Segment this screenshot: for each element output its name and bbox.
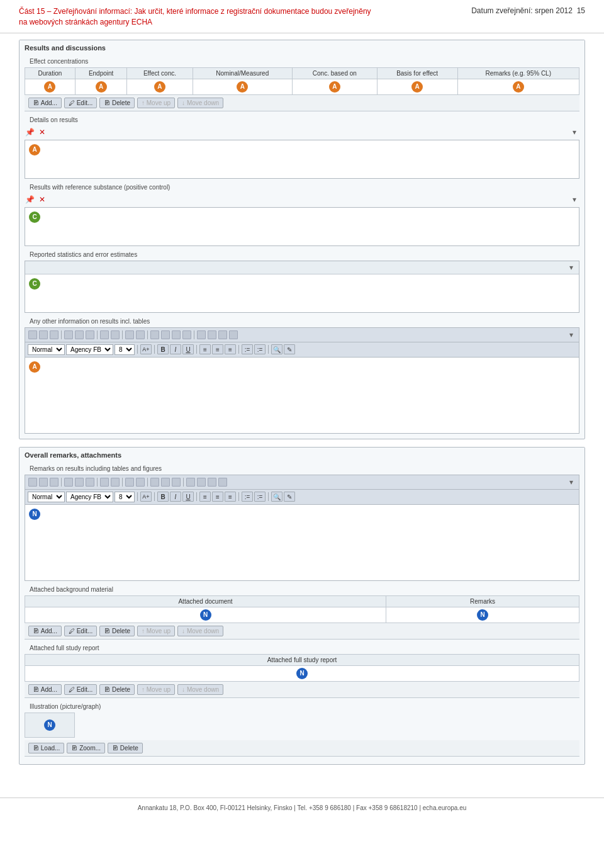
delete-attached-bg-btn[interactable]: 🖹 Delete <box>99 626 135 636</box>
link-btn[interactable]: 🔍 <box>271 344 282 354</box>
r-undo-icon[interactable] <box>125 478 134 487</box>
format-icon1[interactable] <box>150 330 159 339</box>
bold-btn[interactable]: B <box>157 344 169 354</box>
r-underline-btn[interactable]: U <box>182 492 194 502</box>
open-icon[interactable] <box>39 330 48 339</box>
table4-icon[interactable] <box>218 330 227 339</box>
remarks-font-select[interactable]: Agency FB <box>66 492 113 502</box>
delete-illustration-btn[interactable]: 🖹 Delete <box>108 743 143 753</box>
r-paste-icon[interactable] <box>86 478 94 487</box>
r-align-center[interactable]: ≡ <box>212 492 223 502</box>
sep-fmt2 <box>154 345 155 354</box>
r-copy-icon[interactable] <box>75 478 84 487</box>
delete-full-study-btn[interactable]: 🖹 Delete <box>99 684 135 695</box>
other-info-editor-body[interactable]: A <box>25 358 579 433</box>
font-family-select[interactable]: Agency FB <box>66 344 113 355</box>
cut-icon[interactable] <box>64 330 73 339</box>
r-format1[interactable] <box>150 478 159 487</box>
r-table3[interactable] <box>197 478 206 487</box>
r-table-icon[interactable] <box>100 478 109 487</box>
pencil-btn[interactable]: ✎ <box>284 344 295 354</box>
add-attached-bg-btn[interactable]: 🖹 Add... <box>28 626 62 636</box>
copy-icon[interactable] <box>75 330 84 339</box>
italic-btn[interactable]: I <box>170 344 181 354</box>
r-image-icon[interactable] <box>111 478 120 487</box>
edit-effect-btn[interactable]: 🖊 Edit... <box>64 98 97 108</box>
r-redo-icon[interactable] <box>136 478 145 487</box>
table2-icon[interactable] <box>197 330 206 339</box>
chevron-down-remarks[interactable]: ▾ <box>566 477 576 487</box>
r-table5[interactable] <box>218 478 227 487</box>
delete-icon: 🖹 <box>104 99 110 106</box>
chevron-down-icon-details[interactable]: ▾ <box>569 127 579 137</box>
r-table2[interactable] <box>186 478 195 487</box>
image-icon[interactable] <box>111 330 120 339</box>
r-italic-btn[interactable]: I <box>170 492 181 502</box>
move-up-attached-bg-btn[interactable]: ↑ Move up <box>137 626 175 636</box>
r-link-btn[interactable]: 🔍 <box>271 492 282 502</box>
r-list-ordered[interactable]: := <box>242 492 253 502</box>
move-down-effect-btn[interactable]: ↓ Move down <box>177 98 223 108</box>
r-format2[interactable] <box>161 478 170 487</box>
pin-icon[interactable]: 📌 <box>25 127 35 137</box>
r-align-right[interactable]: ≡ <box>225 492 236 502</box>
other-info-label: Any other information on results incl. t… <box>25 317 579 327</box>
r-pencil-btn[interactable]: ✎ <box>284 492 295 502</box>
format-icon2[interactable] <box>161 330 170 339</box>
load-illustration-btn[interactable]: 🖹 Load... <box>28 743 64 753</box>
pin-icon-ref[interactable]: 📌 <box>25 194 35 205</box>
format-style-select[interactable]: Normal <box>28 344 65 355</box>
remarks-style-select[interactable]: Normal <box>28 492 65 502</box>
r-save-icon[interactable] <box>50 478 59 487</box>
redo-icon[interactable] <box>136 330 145 339</box>
align-left-btn[interactable]: ≡ <box>199 344 211 354</box>
r-open-icon[interactable] <box>39 478 48 487</box>
list-unordered-btn[interactable]: := <box>254 344 266 354</box>
add-full-study-btn[interactable]: 🖹 Add... <box>28 684 62 695</box>
r-format3[interactable] <box>172 478 181 487</box>
table5-icon[interactable] <box>229 330 238 339</box>
chevron-down-icon-other[interactable]: ▾ <box>566 330 576 340</box>
cross-icon[interactable]: ✕ <box>37 127 47 137</box>
zoom-illustration-btn[interactable]: 🖹 Zoom... <box>67 743 105 753</box>
r-cut-icon[interactable] <box>64 478 73 487</box>
new-file-icon[interactable] <box>28 330 37 339</box>
r-align-left[interactable]: ≡ <box>199 492 211 502</box>
r-new-icon[interactable] <box>28 478 37 487</box>
r-table4[interactable] <box>208 478 216 487</box>
font-grow-btn[interactable]: A+ <box>140 344 152 354</box>
underline-btn[interactable]: U <box>182 344 194 354</box>
add-effect-btn[interactable]: 🖹 Add... <box>28 98 62 108</box>
list-ordered-btn[interactable]: := <box>242 344 253 354</box>
details-editor-body[interactable]: A <box>25 140 579 178</box>
align-right-btn[interactable]: ≡ <box>225 344 236 354</box>
move-up-full-study-btn[interactable]: ↑ Move up <box>137 684 175 695</box>
chevron-down-icon-stats[interactable]: ▾ <box>566 262 576 273</box>
format-icon3[interactable] <box>172 330 181 339</box>
align-center-btn[interactable]: ≡ <box>212 344 223 354</box>
cross-icon-ref[interactable]: ✕ <box>37 194 47 205</box>
remarks-size-select[interactable]: 8 <box>115 492 135 502</box>
edit-full-study-btn[interactable]: 🖊 Edit... <box>64 684 97 695</box>
edit-attached-bg-btn[interactable]: 🖊 Edit... <box>64 626 97 636</box>
table-icon[interactable] <box>100 330 109 339</box>
r-sep5 <box>183 478 184 487</box>
r-list-unordered[interactable]: := <box>254 492 266 502</box>
move-up-effect-btn[interactable]: ↑ Move up <box>137 98 175 108</box>
chevron-down-icon-ref[interactable]: ▾ <box>569 194 579 205</box>
format-icon4[interactable] <box>182 330 191 339</box>
r-bold-btn[interactable]: B <box>157 492 169 502</box>
reference-editor-body[interactable]: C <box>25 208 579 245</box>
paste-icon[interactable] <box>86 330 94 339</box>
r-font-grow[interactable]: A+ <box>140 492 152 502</box>
statistics-editor-body[interactable]: C <box>25 274 579 312</box>
undo-icon[interactable] <box>125 330 134 339</box>
move-down-full-study-btn[interactable]: ↓ Move down <box>177 684 223 695</box>
save-icon[interactable] <box>50 330 59 339</box>
delete-effect-btn[interactable]: 🖹 Delete <box>99 98 135 108</box>
remarks-editor-body[interactable]: N <box>25 505 579 580</box>
other-info-toolbar2: Normal Agency FB 8 A+ B I U ≡ <box>25 342 579 358</box>
font-size-select[interactable]: 8 <box>115 344 135 355</box>
table3-icon[interactable] <box>208 330 216 339</box>
move-down-attached-bg-btn[interactable]: ↓ Move down <box>177 626 223 636</box>
